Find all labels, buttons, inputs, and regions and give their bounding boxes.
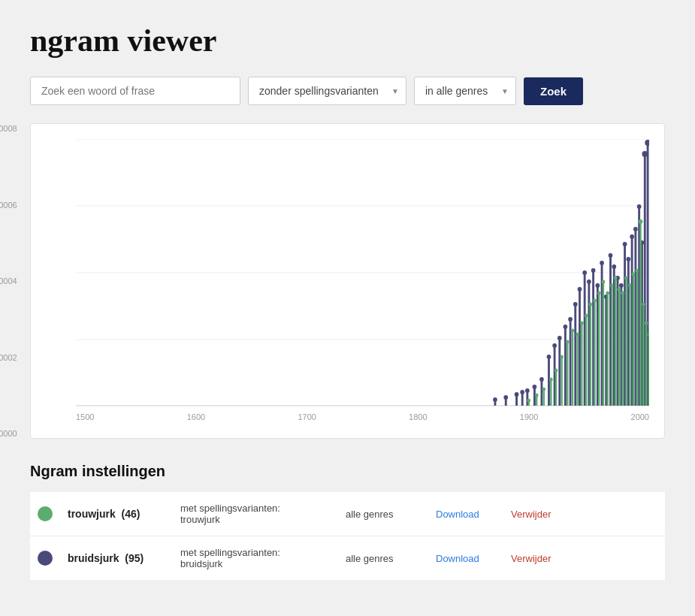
svg-point-88 xyxy=(580,322,584,325)
y-label-2: 0.0006 xyxy=(0,201,17,210)
genre-select[interactable]: in alle genres kranten tijdschriften boe… xyxy=(414,77,516,105)
ngram-genre-trouwjurk: alle genres xyxy=(346,509,421,520)
ngram-row-bruidsjurk: bruidsjurk (95) met spellingsvarianten:b… xyxy=(30,536,665,580)
svg-point-30 xyxy=(573,302,578,306)
page-title: ngram viewer xyxy=(30,23,665,59)
svg-point-16 xyxy=(533,385,537,389)
y-label-3: 0.0004 xyxy=(0,276,17,285)
svg-point-22 xyxy=(552,343,557,348)
x-label-1500: 1500 xyxy=(76,412,94,421)
svg-point-98 xyxy=(602,280,606,284)
svg-point-52 xyxy=(619,283,624,288)
ngram-delete-bruidsjurk[interactable]: Verwijder xyxy=(511,553,571,564)
svg-point-70 xyxy=(527,399,530,403)
y-label-5: 0.0000 xyxy=(0,429,17,438)
svg-point-18 xyxy=(539,377,544,382)
svg-point-116 xyxy=(635,269,639,273)
settings-section: Ngram instellingen trouwjurk (46) met sp… xyxy=(30,463,665,580)
svg-point-100 xyxy=(606,291,609,295)
chart-svg xyxy=(76,139,649,409)
svg-point-58 xyxy=(630,234,634,239)
spelling-select[interactable]: zonder spellingsvarianten met spellingsv… xyxy=(248,77,406,105)
ngram-word-bruidsjurk: bruidsjurk (95) xyxy=(68,552,165,564)
svg-point-114 xyxy=(632,273,636,276)
svg-point-36 xyxy=(587,279,591,284)
x-label-1900: 1900 xyxy=(520,412,538,421)
svg-point-80 xyxy=(560,355,564,359)
x-label-1800: 1800 xyxy=(409,412,427,421)
y-axis-labels: 0.0008 0.0006 0.0004 0.0002 0.0000 xyxy=(0,124,17,438)
x-label-2000: 2000 xyxy=(631,412,649,421)
svg-point-94 xyxy=(593,299,597,303)
x-label-1700: 1700 xyxy=(298,412,316,421)
svg-point-24 xyxy=(558,336,562,340)
svg-point-34 xyxy=(582,270,587,275)
ngram-genre-bruidsjurk: alle genres xyxy=(346,553,421,564)
svg-point-56 xyxy=(626,257,630,261)
svg-point-118 xyxy=(639,219,643,224)
svg-point-48 xyxy=(612,264,616,269)
ngram-color-dot-trouwjurk xyxy=(38,506,53,521)
svg-point-8 xyxy=(503,395,508,400)
svg-point-108 xyxy=(621,291,624,295)
svg-point-74 xyxy=(542,388,545,391)
svg-point-106 xyxy=(618,288,621,291)
svg-point-90 xyxy=(585,314,588,318)
svg-point-10 xyxy=(515,392,519,397)
x-label-1600: 1600 xyxy=(187,412,205,421)
settings-title: Ngram instellingen xyxy=(30,463,665,480)
x-axis-labels: 1500 1600 1700 1800 1900 2000 xyxy=(76,409,649,421)
svg-point-112 xyxy=(628,284,632,288)
ngram-download-trouwjurk[interactable]: Download xyxy=(436,509,496,520)
svg-point-84 xyxy=(571,329,575,333)
search-input[interactable] xyxy=(30,77,240,105)
svg-point-82 xyxy=(566,340,570,344)
svg-point-68 xyxy=(645,140,649,146)
svg-point-76 xyxy=(549,378,553,382)
svg-point-28 xyxy=(568,317,573,322)
y-label-4: 0.0002 xyxy=(0,353,17,362)
svg-point-78 xyxy=(554,369,558,373)
svg-point-120 xyxy=(642,303,645,306)
svg-point-104 xyxy=(614,276,618,280)
svg-point-62 xyxy=(637,204,642,209)
search-button[interactable]: Zoek xyxy=(524,77,583,105)
ngram-row-trouwjurk: trouwjurk (46) met spellingsvarianten:tr… xyxy=(30,492,665,536)
svg-point-72 xyxy=(535,394,539,397)
svg-point-122 xyxy=(645,322,648,325)
ngram-download-bruidsjurk[interactable]: Download xyxy=(436,553,496,564)
svg-point-32 xyxy=(578,287,582,291)
svg-point-46 xyxy=(609,253,613,258)
svg-point-102 xyxy=(610,284,614,288)
svg-point-6 xyxy=(493,397,497,402)
spelling-select-wrapper: zonder spellingsvarianten met spellingsv… xyxy=(248,77,406,105)
svg-point-38 xyxy=(591,268,596,273)
ngram-color-dot-bruidsjurk xyxy=(38,551,53,566)
search-bar: zonder spellingsvarianten met spellingsv… xyxy=(30,77,665,105)
svg-point-54 xyxy=(623,242,627,246)
chart-container: 0.0008 0.0006 0.0004 0.0002 0.0000 xyxy=(30,123,665,439)
genre-select-wrapper: in alle genres kranten tijdschriften boe… xyxy=(414,77,516,105)
svg-point-110 xyxy=(624,276,628,280)
ngram-word-trouwjurk: trouwjurk (46) xyxy=(68,508,165,520)
y-label-1: 0.0008 xyxy=(0,124,17,133)
svg-point-20 xyxy=(547,355,551,359)
svg-point-60 xyxy=(633,227,638,231)
ngram-delete-trouwjurk[interactable]: Verwijder xyxy=(511,509,571,520)
svg-point-42 xyxy=(600,261,604,265)
svg-point-14 xyxy=(525,388,530,393)
svg-point-92 xyxy=(588,303,592,306)
svg-point-96 xyxy=(597,291,601,295)
svg-point-86 xyxy=(576,333,579,337)
ngram-variants-bruidsjurk: met spellingsvarianten:bruidsjurk xyxy=(180,547,331,569)
svg-point-40 xyxy=(595,283,600,288)
svg-point-26 xyxy=(564,325,568,329)
svg-point-12 xyxy=(520,390,524,394)
ngram-variants-trouwjurk: met spellingsvarianten:trouwjurk xyxy=(180,503,331,525)
chart-area xyxy=(76,139,649,409)
